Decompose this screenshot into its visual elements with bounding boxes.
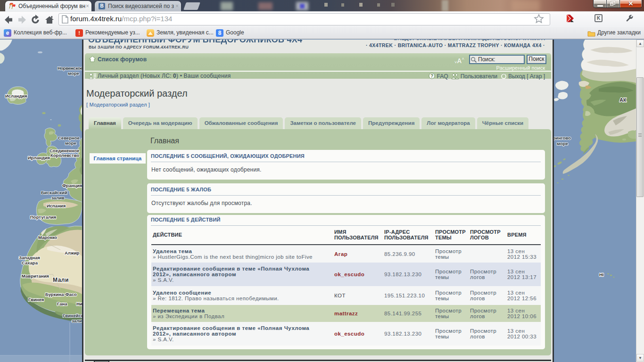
svg-text:АК: АК [619,97,627,103]
svg-text:море: море [65,140,76,146]
svg-text:Испания: Испания [47,203,66,208]
svg-text:Португалия: Португалия [30,214,56,220]
svg-text:Алжир: Алжир [65,250,79,255]
svg-text:Гвинея: Гвинея [28,297,44,302]
svg-text:Мавритания: Мавритания [22,273,49,279]
svg-text:Северное: Северное [58,135,80,140]
svg-text:море: море [557,141,568,146]
svg-text:?: ? [430,74,433,79]
svg-text:Королевство: Королевство [50,153,79,158]
svg-text:Норвежское: Норвежское [58,66,83,71]
svg-text:Ирландия: Ирландия [28,155,50,160]
svg-text:залив: залив [51,195,65,200]
svg-text:Ни: Ни [76,301,83,306]
svg-text:Франция: Франция [62,183,82,188]
svg-text:Западная: Западная [19,255,40,260]
svg-text:море: море [68,71,79,76]
svg-text:Сахара: Сахара [22,260,38,265]
svg-text:Гана: Гана [57,301,67,306]
svg-text:Исландия: Исландия [5,93,27,99]
svg-text:Марокко: Марокко [38,235,57,240]
svg-text:Буркина-Фасо: Буркина-Фасо [45,292,77,297]
svg-text:Мали: Мали [53,277,69,283]
svg-text:HI: HI [599,272,604,277]
svg-text:Бискайский: Бискайский [41,190,67,195]
